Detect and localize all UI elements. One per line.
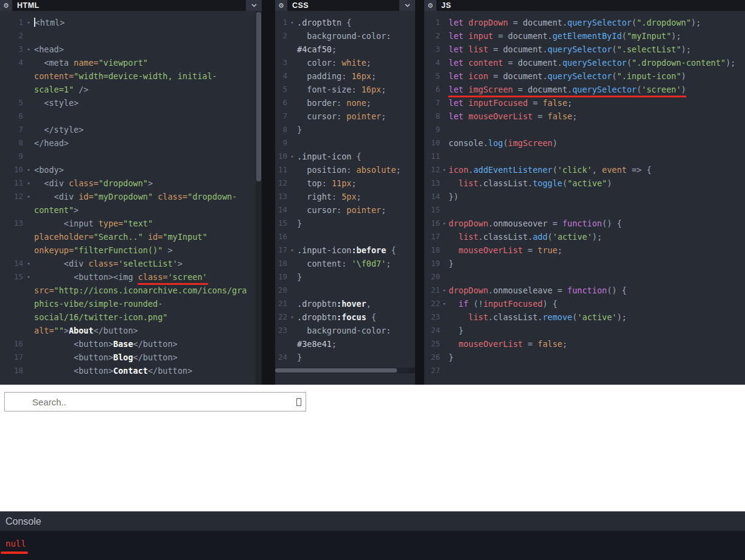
html-code-editor[interactable]: 1▾<html>23▾<head>4 <meta name="viewport"…	[0, 11, 262, 377]
code-row: 25 mouseOverList = false;	[424, 337, 745, 351]
code-token: let	[449, 31, 469, 41]
fold-gutter	[287, 337, 297, 351]
code-token: :before	[351, 245, 386, 255]
code-token: dropDown	[449, 219, 488, 228]
code-row: 22▾ if (!inputFocused) {	[424, 297, 745, 310]
js-panel-header: ⚙ JS	[424, 0, 745, 11]
code-token: );	[592, 232, 602, 242]
fold-gutter	[287, 83, 297, 96]
code-line: color: white;	[297, 56, 371, 69]
code-row: 5 font-size: 16px;	[275, 83, 415, 96]
code-token: =	[553, 285, 567, 295]
scrollbar-thumb[interactable]	[275, 368, 397, 373]
html-collapse-button[interactable]	[246, 0, 262, 11]
code-token: pointer	[346, 111, 381, 121]
code-row: #4caf50;	[275, 43, 415, 56]
code-token	[449, 339, 458, 349]
code-token: none	[346, 98, 366, 108]
code-token: :	[351, 85, 361, 94]
code-row: 21.dropbtn:hover,	[275, 297, 415, 310]
fold-arrow-icon[interactable]: ▾	[23, 43, 34, 56]
code-token: "width=device-width, initial-	[74, 71, 217, 81]
search-input[interactable]	[4, 392, 306, 411]
code-token: "filterFunction()"	[74, 245, 163, 255]
header-spacer	[309, 0, 399, 11]
code-line: list.classList.add('active');	[449, 230, 602, 243]
code-token: querySelector	[567, 18, 632, 27]
fold-arrow-icon[interactable]: ▾	[440, 297, 449, 310]
code-token: alt=	[34, 326, 54, 335]
code-row: 18 <button>Contact</button>	[0, 364, 262, 377]
scrollbar-thumb[interactable]	[256, 12, 261, 181]
code-token: <input	[34, 219, 99, 228]
fold-gutter	[440, 69, 449, 83]
fold-arrow-icon[interactable]: ▾	[23, 163, 34, 177]
fold-gutter	[287, 270, 297, 284]
code-token: false	[537, 339, 562, 349]
css-horizontal-scrollbar[interactable]	[275, 368, 409, 373]
css-code-editor[interactable]: 1▾.droptbtn {2 background-color:#4caf50;…	[275, 11, 415, 377]
code-token: border	[297, 98, 337, 108]
code-token: document	[523, 18, 562, 27]
code-token: ".dropdown-content"	[632, 58, 726, 68]
fold-arrow-icon[interactable]: ▾	[287, 243, 297, 257]
code-token: ;	[562, 339, 567, 349]
code-line: .input-icon {	[297, 150, 362, 163]
fold-gutter	[440, 29, 449, 43]
code-line: alt="">About</button>	[34, 324, 138, 337]
caret-down-fallback-icon[interactable]	[296, 398, 301, 406]
fold-arrow-icon[interactable]: ▾	[23, 270, 34, 284]
css-collapse-button[interactable]	[399, 0, 415, 11]
code-token: name=	[74, 58, 99, 68]
fold-gutter	[440, 270, 449, 284]
fold-arrow-icon[interactable]: ▾	[287, 310, 297, 324]
js-settings-button[interactable]: ⚙	[424, 0, 436, 11]
fold-gutter	[23, 29, 34, 43]
fold-arrow-icon[interactable]: ▾	[440, 284, 449, 297]
code-token: dropDown	[469, 18, 508, 27]
fold-arrow-icon[interactable]: ▾	[287, 16, 297, 29]
fold-gutter	[23, 351, 34, 364]
fold-arrow-icon[interactable]: ▾	[23, 257, 34, 270]
fold-arrow-icon[interactable]: ▾	[23, 190, 34, 203]
html-vertical-scrollbar[interactable]	[256, 11, 262, 385]
code-row: 4 padding: 16px;	[275, 69, 415, 83]
line-number: 20	[424, 270, 440, 284]
js-code-editor[interactable]: 1let dropDown = document.querySelector("…	[424, 11, 745, 377]
code-token: <head>	[34, 44, 64, 54]
code-token: ;	[381, 85, 386, 94]
html-settings-button[interactable]: ⚙	[0, 0, 12, 11]
code-token: => {	[627, 165, 652, 175]
line-number: 21	[424, 284, 440, 297]
code-row: phics-vibe/simple-rounded-	[0, 297, 262, 310]
code-row: 4let content = document.querySelector(".…	[424, 56, 745, 69]
fold-arrow-icon[interactable]: ▾	[287, 150, 297, 163]
fold-gutter	[23, 337, 34, 351]
fold-arrow-icon[interactable]: ▾	[440, 217, 449, 230]
code-token: .	[478, 178, 483, 188]
code-token: :focus	[337, 312, 366, 322]
line-number: 11	[424, 150, 440, 163]
code-line: top: 11px;	[297, 177, 357, 190]
fold-arrow-icon[interactable]: ▾	[23, 177, 34, 190]
fold-arrow-icon[interactable]: ▾	[23, 16, 34, 29]
code-token: )	[607, 178, 612, 188]
code-token: color	[297, 58, 332, 68]
console-header: Console	[0, 511, 745, 531]
code-line: <meta name="viewport"	[34, 56, 148, 69]
code-row: content">	[0, 203, 262, 217]
code-token: .	[528, 232, 533, 242]
css-settings-button[interactable]: ⚙	[275, 0, 287, 11]
code-row: 11 position: absolute;	[275, 163, 415, 177]
fold-gutter	[287, 217, 297, 230]
code-token: :	[337, 205, 346, 215]
code-line: list.classList.remove('active');	[449, 310, 627, 324]
gear-icon: ⚙	[278, 0, 284, 11]
code-token: querySelector	[562, 58, 627, 68]
fold-arrow-icon[interactable]: ▾	[440, 163, 449, 177]
line-number: 8	[0, 136, 23, 150]
code-token: content	[469, 58, 503, 68]
line-number: 8	[424, 110, 440, 123]
code-token: classList	[483, 178, 528, 188]
code-line: phics-vibe/simple-rounded-	[34, 297, 163, 310]
